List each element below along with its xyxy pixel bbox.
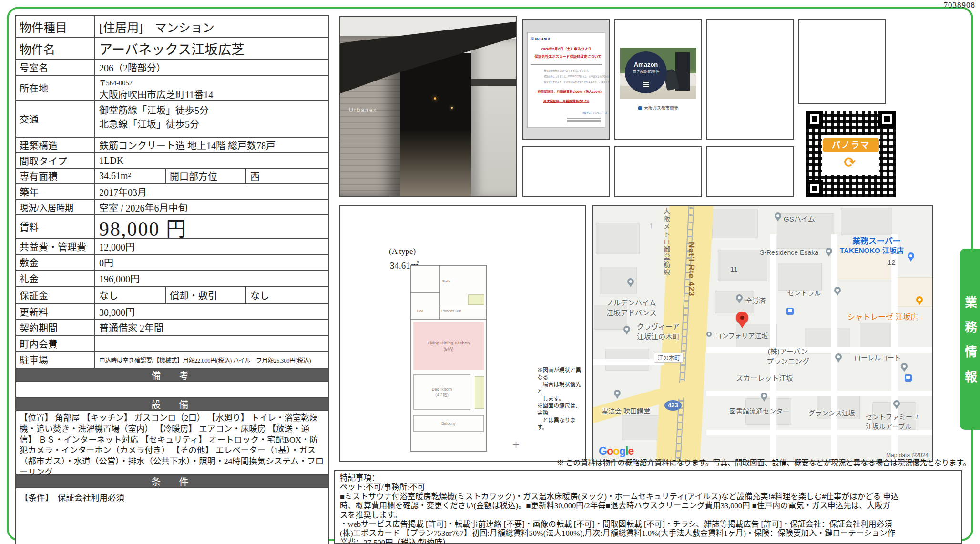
map-label-library-center: 図書館流通センター: [729, 406, 789, 415]
row-label-2: 償却・敷引: [165, 287, 246, 303]
osaka-gas-icon: [638, 106, 642, 110]
table-row: 駐車場 申込時は空き確認要/【機械式】月額22,000円(税込) ハイルーフ月額…: [16, 352, 328, 369]
tab-gyomu-joho[interactable]: 業務情報: [960, 249, 980, 430]
row-label: 築年: [16, 184, 95, 199]
row-label: 保証金: [16, 287, 95, 303]
row-value: 1LDK: [95, 153, 328, 168]
remarks-empty-row: [16, 382, 328, 398]
map-label-takenoko: TAKENOKO 江坂店: [840, 245, 904, 255]
map-pin-icon: [627, 278, 634, 285]
table-row: 号室名 206（2階部分）: [16, 60, 328, 76]
row-label: 建築構造: [16, 138, 95, 152]
map-label-enokicho: 江の木町: [654, 353, 684, 363]
row-value: なし: [95, 287, 165, 303]
row-label: 駐車場: [16, 352, 95, 368]
map-label-laurel-court: ローレルコート: [854, 353, 901, 362]
row-value: 30,000円: [95, 304, 328, 319]
row-value: 12,000円: [95, 239, 328, 254]
remarks-line: スを推奨します。: [340, 511, 956, 520]
row-label: 物件種目: [16, 16, 95, 37]
amazon-badge: Amazon 置き配対応物件: [625, 51, 667, 93]
map-pin-icon: [775, 212, 781, 219]
flyer-title-2: 保証会社エポスカード保証料改定について: [535, 54, 598, 59]
map-pin-icon: [908, 252, 914, 259]
transit-line-1: 御堂筋線「江坂」徒歩5分: [99, 103, 209, 117]
google-map-embed[interactable]: 大阪メトロ御堂筋線 Nat'l Rte 423 ↑ GSハイム 業務スーパー T…: [592, 205, 933, 462]
map-label-sresidence: S-Residence Esaka: [760, 249, 818, 256]
photo-slot-empty: [706, 19, 794, 140]
map-label-scarlet: スカーレット江坂: [736, 373, 793, 383]
room-bedroom: Bed Room(4.2帖): [413, 374, 470, 410]
row-value: [95, 336, 328, 351]
photo-watermark: Urbanex: [349, 107, 377, 113]
map-pin-icon: [893, 400, 900, 407]
table-row: 町内会費: [16, 336, 328, 352]
table-row: 所在地 〒564-0052 大阪府吹田市広芝町11番14: [16, 76, 328, 101]
row-value-2: なし: [246, 287, 328, 303]
flyer-amazon-delivery: Amazon 置き配対応物件 大阪ガス都市開発: [614, 19, 702, 140]
map-label-11: 11: [730, 265, 738, 273]
road-label-rte423: Nat'l Rte 423: [686, 242, 696, 296]
equipment-row: 【位置】 角部屋 【キッチン】 ガスコンロ（2口） 【水廻り】 トイレ・浴室乾燥…: [16, 411, 328, 475]
route-423-shield: 423: [664, 400, 682, 411]
map-label-central: セントラル: [787, 288, 821, 297]
row-label: 所在地: [16, 76, 95, 100]
map-pin-icon: [826, 248, 832, 254]
room-hall: Hall: [417, 309, 423, 313]
rent-amount: 98,000 円: [95, 215, 328, 238]
row-label: 物件名: [16, 38, 95, 59]
panorama-badge[interactable]: パノラマ: [823, 138, 879, 152]
map-label-12: 12: [888, 258, 896, 266]
map-pin-icon: [614, 390, 621, 396]
row-label: 契約期間: [16, 320, 95, 335]
table-row: 築年 2017年03月: [16, 184, 328, 200]
compass-mark: ＋: [512, 438, 520, 450]
row-value-2: 西: [246, 169, 328, 183]
bus-stop-icon: [786, 308, 794, 315]
map-pin-icon: [835, 353, 842, 360]
flyer-caption: 大阪ガス都市開発: [615, 105, 701, 111]
map-label-reihokai: 霊法会 吹田講堂: [602, 406, 650, 415]
photo-slot-empty: [706, 146, 794, 197]
floorplan-type: (A type): [389, 247, 416, 256]
urbanex-logo: Ⓤ URBANEX: [531, 37, 550, 41]
address: 大阪府吹田市広芝町11番14: [99, 87, 213, 101]
map-pin-icon: [901, 363, 908, 370]
equipment-text: 【位置】 角部屋 【キッチン】 ガスコンロ（2口） 【水廻り】 トイレ・浴室乾燥…: [16, 411, 328, 474]
conditions-row: 【条件】 保証会社利用必須: [16, 488, 328, 544]
floorplan-drawing: Bath Hall Powder Rm Living Dining Kitche…: [410, 265, 487, 452]
remarks-line: 業費：27,500円（税込/契約時）: [340, 538, 956, 544]
row-label: 現況/入居時期: [16, 200, 95, 214]
special-remarks-box: 特記事項： ペット:不可/事務所:不可 ■ミストサウナ付浴室暖房乾燥機(ミストカ…: [334, 470, 962, 544]
oneway-arrow-icon: ↑: [649, 221, 653, 230]
row-label: 礼金: [16, 271, 95, 286]
table-row: 更新料 30,000円: [16, 304, 328, 320]
main-photo: Urbanex: [339, 16, 517, 197]
property-table: 物件種目 [住居用] マンション 物件名 アーバネックス江坂広芝 号室名 206…: [15, 15, 329, 544]
conditions-text: 【条件】 保証会社利用必須: [16, 488, 128, 544]
map-pin-icon: [916, 296, 923, 303]
map-label-clavier: クラヴィーア江坂江の木町: [637, 321, 680, 341]
property-location-pin: [736, 312, 748, 324]
table-row: 共益費・管理費 12,000円: [16, 239, 328, 255]
table-row: 専有面積 34.61m² 開口部方位 西: [16, 169, 328, 184]
map-pin-icon: [834, 287, 841, 293]
table-row: 敷金 0円: [16, 255, 328, 271]
table-row: 間取タイプ 1LDK: [16, 153, 328, 169]
remarks-line: 時、概算費用欄を確認・変更ください(金額は税込)。■更新料30,000円/2年毎…: [340, 501, 956, 510]
remarks-line: ペット:不可/事務所:不可: [340, 483, 956, 492]
row-value: 普通借家 2年間: [95, 320, 328, 335]
row-label: 号室名: [16, 60, 95, 75]
flyer-point-1: 初回保証料：月額総賃料の50%（法人100%）: [537, 89, 595, 94]
postal-code: 〒564-0052: [99, 77, 133, 87]
room-balcony: Balcony: [413, 415, 484, 432]
road-label-metro: 大阪メトロ御堂筋線: [662, 208, 671, 276]
mini-qr-icon: [643, 81, 649, 87]
entrance-corridor: [400, 53, 471, 197]
table-row: 契約期間 普通借家 2年間: [16, 320, 328, 336]
row-value: 0円: [95, 255, 328, 270]
section-bar-remarks: 備 考: [16, 369, 328, 382]
section-bar-conditions: 条 件: [16, 475, 328, 488]
section-bar-equipment: 設 備: [16, 398, 328, 411]
table-row: 交通 御堂筋線「江坂」徒歩5分 北急線「江坂」徒歩5分: [16, 101, 328, 138]
